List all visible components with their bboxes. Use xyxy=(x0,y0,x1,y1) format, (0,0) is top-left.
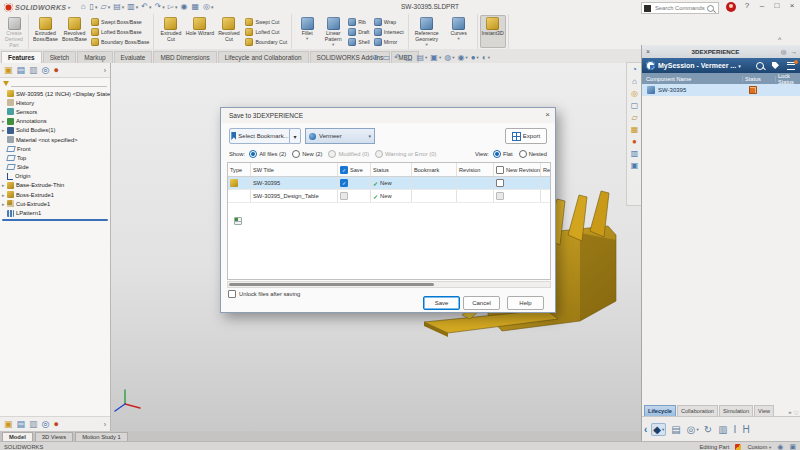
new-revision-checkbox[interactable] xyxy=(496,179,504,187)
ribbon-modify-small-button[interactable]: Wrap xyxy=(374,17,404,27)
session-tag-icon[interactable] xyxy=(772,62,779,69)
open-file-icon[interactable]: ▱▾ xyxy=(101,3,111,11)
displaymanager-tab-icon[interactable]: ● xyxy=(53,419,58,429)
session-title[interactable]: MySession - Vermeer ... xyxy=(658,62,736,69)
commandmanager-tab[interactable]: Features xyxy=(1,51,42,63)
table-horizontal-scrollbar[interactable] xyxy=(227,281,551,288)
panel-tab[interactable]: View xyxy=(754,405,774,416)
save-checkbox[interactable]: ✓ xyxy=(340,179,348,187)
tree-item[interactable]: ▸Boss-Extrude1 xyxy=(0,190,110,199)
commandmanager-tab[interactable]: Markup xyxy=(77,51,112,63)
show-filter-radio[interactable]: New (2) xyxy=(292,150,322,158)
new-revision-column-header[interactable]: New Revision xyxy=(494,163,541,176)
ribbon-cut-button[interactable]: Revolved Cut xyxy=(214,15,243,48)
units-selector[interactable]: Custom ▾ xyxy=(747,444,771,450)
scrollbar-thumb[interactable] xyxy=(229,283,434,286)
cancel-button[interactable]: Cancel xyxy=(463,296,500,310)
tree-item[interactable]: ▸Base-Extrude-Thin xyxy=(0,181,110,190)
expand-tabs-icon[interactable]: › xyxy=(104,421,106,428)
ribbon-modify-small-button[interactable]: Draft xyxy=(348,27,370,37)
table-icon[interactable]: ▥ xyxy=(631,149,639,158)
tree-item[interactable]: Front xyxy=(0,144,110,153)
select-icon[interactable]: ▻▾ xyxy=(168,3,178,11)
compass-icon[interactable]: ◔ xyxy=(632,65,637,74)
ribbon-modify-small-button[interactable]: Intersect xyxy=(374,27,404,37)
model-box-icon[interactable]: ▢ xyxy=(631,101,639,110)
print-icon[interactable]: ▥▾ xyxy=(127,3,138,11)
ribbon-modify-small-button[interactable]: Mirror xyxy=(374,37,404,47)
undo-icon[interactable]: ↶▾ xyxy=(141,3,151,11)
show-filter-radio[interactable]: All files (2) xyxy=(249,150,286,158)
view-mode-radio[interactable]: Flat xyxy=(493,150,513,158)
view-tab[interactable]: Motion Study 1 xyxy=(75,432,128,441)
folder-icon[interactable]: ▱ xyxy=(631,113,637,122)
appearance-sphere-icon[interactable]: ● xyxy=(632,137,637,146)
visibility-icon[interactable]: ◉ xyxy=(777,443,783,450)
new-revision-all-checkbox[interactable] xyxy=(496,166,504,174)
save-lifecycle-icon[interactable]: ◆▾ xyxy=(651,423,666,436)
save-cell[interactable]: ✓ xyxy=(338,177,371,189)
file-row[interactable]: SW-30395 ✓ ✓New xyxy=(228,177,550,190)
tree-item[interactable]: Material <not specified> xyxy=(0,135,110,144)
tree-item[interactable]: History xyxy=(0,98,110,107)
scene-icon[interactable]: ◐▾ xyxy=(482,53,490,62)
edit-appearance-icon[interactable]: ●▾ xyxy=(471,53,479,62)
export-button[interactable]: Export xyxy=(505,128,547,144)
minimize-icon[interactable]: – xyxy=(756,1,768,10)
dimxpertmanager-tab-icon[interactable]: ◎ xyxy=(42,65,50,75)
ribbon-cut-small-button[interactable]: Lofted Cut xyxy=(245,27,287,37)
component-row[interactable]: SW-30395 xyxy=(642,84,800,96)
save-column-header[interactable]: ✓Save xyxy=(338,163,371,176)
structure-icon[interactable]: H xyxy=(742,424,750,435)
propertymanager-tab-icon[interactable]: ▤ xyxy=(17,419,26,429)
unlock-checkbox[interactable] xyxy=(228,290,236,298)
session-dropdown-icon[interactable]: ▾ xyxy=(738,63,741,69)
bom-list-icon[interactable]: ▥ xyxy=(718,424,728,435)
displaymanager-tab-icon[interactable]: ● xyxy=(53,65,58,75)
ribbon-cut-button[interactable]: Extruded Cut xyxy=(156,15,185,48)
commandmanager-tab[interactable]: Sketch xyxy=(43,51,77,63)
ribbon-modify-button[interactable]: Linear Pattern▾ xyxy=(320,15,346,48)
tree-item[interactable]: Origin xyxy=(0,172,110,181)
rollback-bar[interactable] xyxy=(2,219,108,221)
unlock-files-option[interactable]: Unlock files after saving xyxy=(228,290,300,298)
maximize-icon[interactable]: □ xyxy=(771,1,783,10)
explore-icon[interactable]: ◎▾ xyxy=(687,424,699,435)
annotation-views-icon[interactable]: ▤▾ xyxy=(417,53,428,62)
new-revision-cell[interactable] xyxy=(494,177,541,189)
new-file-icon[interactable]: ▯▾ xyxy=(90,3,98,11)
search-input[interactable] xyxy=(653,4,707,12)
user-avatar[interactable] xyxy=(726,2,736,12)
featuremanager-tree-tab-icon[interactable]: ▣ xyxy=(4,419,13,429)
save-button[interactable]: Save xyxy=(423,296,460,310)
ribbon-boss-button[interactable]: Revolved Boss/Base xyxy=(60,15,89,48)
view-tab[interactable]: Model xyxy=(2,432,33,441)
bookmark-combobox[interactable]: Vermeer ▾ xyxy=(305,128,375,144)
xpress-products-icon[interactable]: ◉ xyxy=(180,3,188,11)
featuremanager-tree-tab-icon[interactable]: ▣ xyxy=(4,65,13,75)
ribbon-cut-small-button[interactable]: Boundary Cut xyxy=(245,37,287,47)
ribbon-cut-button[interactable]: Hole Wizard xyxy=(185,15,214,48)
new-revision-cell[interactable] xyxy=(494,190,541,202)
commandmanager-tab[interactable]: MBD Dimensions xyxy=(153,51,216,63)
scroll-left-icon[interactable]: ‹ xyxy=(644,424,647,435)
show-filter-radio[interactable]: Warning or Error (0) xyxy=(375,150,436,158)
ribbon-boss-small-button[interactable]: Swept Boss/Base xyxy=(91,17,149,27)
tabs-overflow-icon[interactable]: » xyxy=(788,409,791,416)
ribbon-boss-small-button[interactable]: Boundary Boss/Base xyxy=(91,37,149,47)
panel-pin-icon[interactable]: → xyxy=(791,48,798,55)
ribbon-modify-small-button[interactable]: Shell xyxy=(348,37,370,47)
3dexperience-compass-icon[interactable] xyxy=(646,61,655,70)
section-view-icon[interactable]: ◫ xyxy=(405,53,414,62)
session-search-icon[interactable] xyxy=(756,62,764,70)
dialog-close-icon[interactable]: × xyxy=(545,110,550,119)
radio-icon[interactable] xyxy=(493,150,501,158)
show-filter-radio[interactable]: Modified (0) xyxy=(328,150,369,158)
ribbon-reference-button[interactable]: Curves▾ xyxy=(443,15,475,48)
tree-item[interactable]: ▸Cut-Extrude1 xyxy=(0,199,110,208)
panel-tab[interactable]: Simulation xyxy=(719,405,753,416)
save-cell[interactable]: ✓ xyxy=(338,190,371,202)
bookmark-dropdown-icon[interactable]: ▾ xyxy=(289,128,301,144)
dimxpertmanager-tab-icon[interactable]: ◎ xyxy=(42,419,50,429)
radio-icon[interactable] xyxy=(249,150,257,158)
